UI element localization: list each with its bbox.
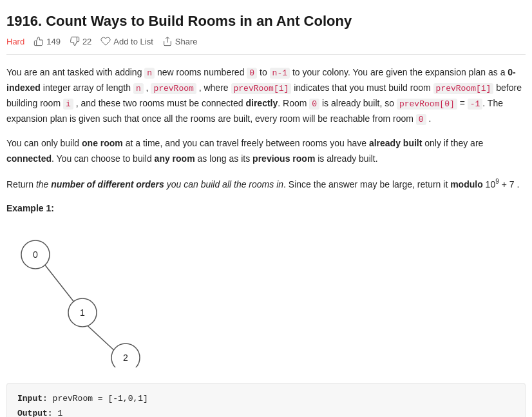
thumbs-up-icon xyxy=(33,36,44,46)
inline-code-prevRoomi2: prevRoom[i] xyxy=(433,83,494,94)
inline-code-neg1: -1 xyxy=(468,99,483,110)
inline-code-0c: 0 xyxy=(416,114,426,125)
heart-icon xyxy=(100,36,111,46)
graph-node-1: 1 xyxy=(80,307,85,318)
graph-node-0: 0 xyxy=(33,249,38,260)
input-line: Input: prevRoom = [-1,0,1] xyxy=(17,391,515,406)
inline-code-n: n xyxy=(144,68,155,79)
inline-code-n2: n xyxy=(133,83,144,94)
output-value: 1 xyxy=(53,409,63,417)
problem-title: 1916. Count Ways to Build Rooms in an An… xyxy=(6,13,526,30)
inline-code-prevRoomi: prevRoom[i] xyxy=(231,83,292,94)
share-icon xyxy=(162,36,173,46)
difficulty-badge: Hard xyxy=(6,37,24,46)
paragraph-1: You are an ant tasked with adding n new … xyxy=(6,65,526,127)
example-title: Example 1: xyxy=(6,201,526,217)
share-button[interactable]: Share xyxy=(162,36,198,46)
inline-code-prevRoom0: prevRoom[0] xyxy=(397,99,457,110)
inline-code-prevRoom: prevRoom xyxy=(151,83,196,94)
graph-node-2: 2 xyxy=(123,353,128,363)
output-line: Output: 1 xyxy=(17,406,515,417)
paragraph-3: Return the number of different orders yo… xyxy=(6,176,526,192)
inline-code-0: 0 xyxy=(247,68,257,79)
example-code-block: Input: prevRoom = [-1,0,1] Output: 1 Exp… xyxy=(6,383,526,417)
input-value: prevRoom = [-1,0,1] xyxy=(48,394,148,403)
likes-count[interactable]: 149 xyxy=(33,36,61,46)
output-label: Output: xyxy=(17,409,53,417)
meta-bar: Hard 149 22 Add to List Share xyxy=(6,36,526,55)
problem-description: You are an ant tasked with adding n new … xyxy=(6,65,526,417)
thumbs-down-icon xyxy=(70,36,80,46)
dislikes-count[interactable]: 22 xyxy=(70,36,91,46)
graph-diagram: 0 1 2 xyxy=(13,226,526,373)
add-to-list-button[interactable]: Add to List xyxy=(100,36,153,46)
svg-line-1 xyxy=(42,261,77,306)
inline-code-0b: 0 xyxy=(309,99,319,110)
paragraph-2: You can only build one room at a time, a… xyxy=(6,136,526,167)
inline-code-i: i xyxy=(63,99,73,110)
input-label: Input: xyxy=(17,394,48,403)
tree-graph: 0 1 2 xyxy=(13,226,155,367)
inline-code-n1: n-1 xyxy=(270,68,290,79)
